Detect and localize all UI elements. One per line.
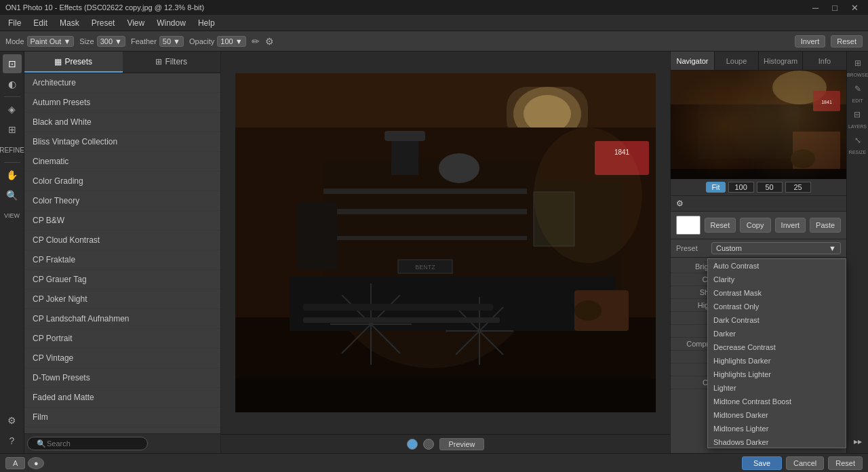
svg-rect-58 bbox=[698, 104, 800, 159]
preset-list-item[interactable]: CP Grauer Tag bbox=[24, 270, 220, 290]
preset-list-item[interactable]: Architecture bbox=[24, 73, 220, 93]
preset-list-item[interactable]: CP Landschaft Aufnahmen bbox=[24, 309, 220, 329]
invert-effects-button[interactable]: Invert bbox=[775, 218, 806, 233]
dropdown-option[interactable]: Highlights Darker bbox=[708, 354, 846, 368]
tab-loupe[interactable]: Loupe bbox=[715, 52, 759, 70]
reset-effects-button[interactable]: Reset bbox=[705, 218, 736, 233]
save-button[interactable]: Save bbox=[742, 456, 782, 470]
dropdown-option[interactable]: Contrast Mask bbox=[708, 286, 846, 300]
dropdown-option[interactable]: Midtones Darker bbox=[708, 408, 846, 422]
paste-button[interactable]: Paste bbox=[810, 218, 841, 233]
dropdown-option[interactable]: Auto Contrast bbox=[708, 259, 846, 273]
nav-tabs: Navigator Loupe Histogram Info bbox=[671, 52, 846, 71]
resize-icon[interactable]: ⤡ bbox=[849, 132, 867, 149]
zoom-50-input[interactable] bbox=[757, 182, 783, 193]
preset-list-item[interactable]: CP Vintage bbox=[24, 349, 220, 368]
edit-icon[interactable]: ✎ bbox=[849, 80, 867, 98]
browse-icon[interactable]: ⊞ bbox=[849, 54, 867, 72]
dropdown-option[interactable]: Contrast Only bbox=[708, 300, 846, 313]
effects-tool-btn[interactable]: ◈ bbox=[3, 100, 22, 119]
cancel-button[interactable]: Cancel bbox=[786, 456, 824, 470]
reset-final-button[interactable]: Reset bbox=[828, 456, 863, 470]
preset-list-item[interactable]: Bliss Vintage Collection bbox=[24, 132, 220, 152]
brush-tool-btn[interactable]: ◐ bbox=[3, 75, 22, 94]
preset-dropdown[interactable]: Custom ▼ bbox=[711, 242, 841, 254]
zoom-controls: Fit bbox=[671, 179, 846, 196]
select-tool-btn[interactable]: ⊡ bbox=[3, 54, 22, 73]
main-layout: ⊡ ◐ ◈ ⊞ REFINE ✋ 🔍 VIEW ⚙ ? ▦ Presets ⊞ … bbox=[0, 52, 868, 453]
preset-list-item[interactable]: Haze Reducing bbox=[24, 427, 220, 433]
tab-navigator[interactable]: Navigator bbox=[671, 52, 715, 70]
mode-select[interactable]: Paint Out ▼ bbox=[27, 36, 75, 47]
mask-tool-btn[interactable]: ⊞ bbox=[3, 120, 22, 139]
preset-list-item[interactable]: D-Town Presets bbox=[24, 368, 220, 388]
preset-list-item[interactable]: CP Portrait bbox=[24, 329, 220, 349]
preset-list-item[interactable]: Film bbox=[24, 408, 220, 427]
search-input[interactable] bbox=[27, 437, 148, 450]
svg-point-53 bbox=[772, 71, 827, 104]
image-indicator-1[interactable] bbox=[407, 439, 418, 450]
settings-tool-btn[interactable]: ⚙ bbox=[3, 411, 22, 430]
preset-list-item[interactable]: Faded and Matte bbox=[24, 388, 220, 408]
close-button[interactable]: ✕ bbox=[847, 3, 863, 13]
preset-list-item[interactable]: Color Grading bbox=[24, 172, 220, 191]
refine-tool-btn[interactable]: REFINE bbox=[3, 140, 22, 159]
dropdown-option[interactable]: Lighter bbox=[708, 381, 846, 395]
view-label-btn[interactable]: VIEW bbox=[3, 206, 22, 225]
menu-mask[interactable]: Mask bbox=[54, 17, 85, 29]
preset-list-item[interactable]: CP Joker Night bbox=[24, 290, 220, 309]
dropdown-option[interactable]: Darker bbox=[708, 327, 846, 340]
dropdown-option[interactable]: Midtones Lighter bbox=[708, 422, 846, 435]
zoom-25-input[interactable] bbox=[785, 182, 811, 193]
zoom-tool-btn[interactable]: ✋ bbox=[3, 165, 22, 184]
menu-help[interactable]: Help bbox=[193, 17, 220, 29]
presets-list: ArchitectureAutumn PresetsBlack and Whit… bbox=[24, 73, 220, 433]
search-container: 🔍 bbox=[27, 437, 218, 450]
next-panel-button[interactable]: ▶▶ bbox=[849, 433, 867, 450]
svg-rect-52 bbox=[671, 71, 846, 104]
size-select[interactable]: 300 ▼ bbox=[97, 36, 125, 47]
view-toggle-btn[interactable]: A bbox=[5, 457, 25, 469]
tab-info[interactable]: Info bbox=[803, 52, 846, 70]
feather-select[interactable]: 50 ▼ bbox=[159, 36, 184, 47]
dropdown-option[interactable]: Midtone Contrast Boost bbox=[708, 395, 846, 408]
dropdown-option[interactable]: Shadows Darker bbox=[708, 435, 846, 448]
preset-list-item[interactable]: Autumn Presets bbox=[24, 93, 220, 113]
action-buttons: Reset Copy Invert Paste bbox=[671, 212, 846, 239]
tab-histogram[interactable]: Histogram bbox=[759, 52, 803, 70]
preset-list-item[interactable]: Black and White bbox=[24, 113, 220, 132]
zoom-100-input[interactable] bbox=[728, 182, 754, 193]
brush-icon[interactable]: ✏ bbox=[252, 36, 260, 47]
preset-list-item[interactable]: Color Theory bbox=[24, 191, 220, 211]
pan-tool-btn[interactable]: 🔍 bbox=[3, 186, 22, 205]
tab-filters[interactable]: ⊞ Filters bbox=[123, 52, 221, 73]
zoom-fit-button[interactable]: Fit bbox=[706, 182, 725, 193]
view-mode-btn[interactable]: ● bbox=[28, 457, 44, 469]
settings-icon[interactable]: ⚙ bbox=[265, 36, 274, 47]
preset-list-item[interactable]: CP B&W bbox=[24, 211, 220, 231]
menu-window[interactable]: Window bbox=[151, 17, 191, 29]
tab-presets[interactable]: ▦ Presets bbox=[24, 52, 123, 73]
help-tool-btn[interactable]: ? bbox=[3, 431, 22, 450]
preview-button[interactable]: Preview bbox=[439, 438, 484, 450]
dropdown-option[interactable]: Clarity bbox=[708, 273, 846, 286]
menu-file[interactable]: File bbox=[3, 17, 26, 29]
reset-button[interactable]: Reset bbox=[831, 35, 863, 47]
menu-view[interactable]: View bbox=[121, 17, 150, 29]
menu-preset[interactable]: Preset bbox=[86, 17, 121, 29]
dropdown-option[interactable]: Decrease Contrast bbox=[708, 340, 846, 354]
preset-list-item[interactable]: CP Cloud Kontrast bbox=[24, 231, 220, 250]
menu-edit[interactable]: Edit bbox=[28, 17, 53, 29]
layers-icon[interactable]: ⊟ bbox=[848, 106, 866, 123]
dropdown-option[interactable]: Highlights Lighter bbox=[708, 368, 846, 381]
opacity-select[interactable]: 100 ▼ bbox=[217, 36, 245, 47]
maximize-button[interactable]: □ bbox=[828, 3, 842, 13]
preset-list-item[interactable]: CP Fraktale bbox=[24, 250, 220, 270]
dropdown-option[interactable]: Dark Contrast bbox=[708, 313, 846, 327]
preset-list-item[interactable]: Cinematic bbox=[24, 152, 220, 172]
color-swatch[interactable] bbox=[676, 216, 701, 235]
image-indicator-2[interactable] bbox=[423, 439, 434, 450]
copy-button[interactable]: Copy bbox=[740, 218, 771, 233]
minimize-button[interactable]: ─ bbox=[808, 3, 823, 13]
invert-button[interactable]: Invert bbox=[795, 35, 826, 47]
